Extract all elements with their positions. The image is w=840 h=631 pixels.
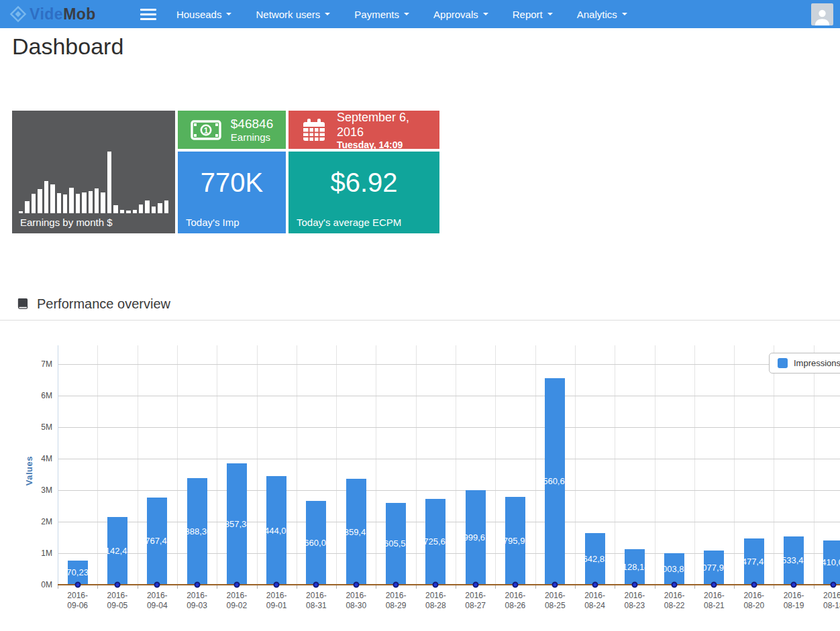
vertical-gridline — [297, 345, 297, 585]
axis-point-marker — [552, 582, 558, 588]
impressions-bar[interactable]: 2,999,613 — [466, 490, 486, 585]
impressions-bar[interactable]: 3,388,302 — [187, 478, 207, 585]
x-axis-tick-label: 2016- 08-23 — [615, 591, 654, 611]
nav-item-houseads[interactable]: Houseads — [176, 9, 232, 20]
y-axis-line — [58, 345, 58, 585]
ecpm-today-tile: $6.92 Today's average ECPM — [288, 152, 439, 233]
x-axis-tick — [376, 585, 376, 589]
caret-down-icon — [226, 13, 231, 15]
x-axis-tick — [416, 585, 417, 589]
person-icon — [813, 7, 831, 25]
mini-bar — [158, 203, 162, 213]
impressions-bar[interactable]: 2,795,926 — [505, 497, 525, 585]
x-axis-tick — [297, 585, 297, 589]
impressions-bar[interactable]: 1,128,145 — [625, 549, 645, 585]
x-axis-tick-label: 2016- 08-24 — [575, 591, 615, 611]
axis-point-marker — [592, 582, 598, 588]
vertical-gridline — [257, 345, 258, 585]
bar-value-label: 1,533,429 — [784, 555, 804, 565]
x-axis-tick — [495, 585, 496, 589]
menu-toggle-button[interactable] — [140, 9, 156, 20]
date-weekday-time: Tuesday, 14:09 — [337, 139, 439, 150]
nav-item-analytics[interactable]: Analytics — [577, 9, 627, 20]
mini-bar — [82, 192, 86, 213]
mini-bar — [120, 210, 124, 213]
axis-point-marker — [154, 582, 160, 588]
vertical-gridline — [217, 345, 217, 585]
mini-bar — [38, 189, 42, 213]
mini-bar — [133, 210, 137, 213]
impressions-bar[interactable]: 2,142,450 — [107, 517, 127, 585]
axis-point-marker — [791, 582, 797, 588]
diamond-logo-icon — [9, 5, 27, 23]
nav-item-report[interactable]: Report — [513, 9, 553, 20]
calendar-icon — [302, 118, 326, 142]
impressions-bar[interactable]: 6,560,608 — [545, 378, 565, 585]
impressions-bar[interactable]: 3,359,415 — [346, 479, 366, 585]
nav-item-payments[interactable]: Payments — [354, 9, 409, 20]
axis-point-marker — [194, 582, 200, 588]
impressions-today-label: Today's Imp — [186, 217, 240, 228]
bar-value-label: 1,003,812 — [664, 564, 684, 574]
main-nav: HouseadsNetwork usersPaymentsApprovalsRe… — [176, 9, 627, 20]
impressions-bar[interactable]: 1,410,062 — [823, 540, 840, 585]
caret-down-icon — [404, 13, 409, 15]
vertical-gridline — [495, 345, 496, 585]
mini-bar — [139, 205, 143, 213]
x-axis-tick-label: 2016- 08-26 — [495, 591, 535, 611]
user-avatar[interactable] — [811, 3, 833, 25]
nav-item-approvals[interactable]: Approvals — [433, 9, 488, 20]
mini-bar — [57, 193, 61, 213]
impressions-bar[interactable]: 2,605,532 — [386, 503, 406, 585]
impressions-bar[interactable]: 1,642,837 — [585, 533, 605, 585]
mini-bar — [152, 207, 156, 213]
axis-point-marker — [751, 582, 757, 588]
x-axis-tick — [138, 585, 138, 589]
performance-bar-chart: 0M1M2M3M4M5M6M7M770,2312,142,4502,767,41… — [0, 322, 840, 627]
y-axis-tick-label: 6M — [25, 391, 52, 400]
caret-down-icon — [547, 13, 553, 15]
nav-item-network-users[interactable]: Network users — [256, 9, 330, 20]
bar-value-label: 1,410,062 — [823, 557, 840, 567]
brand-logo[interactable]: VideMob — [9, 5, 96, 23]
axis-point-marker — [711, 582, 717, 588]
axis-point-marker — [353, 582, 359, 588]
x-axis-tick — [336, 585, 337, 589]
impressions-bar[interactable]: 1,003,812 — [664, 553, 684, 585]
mini-bar — [50, 184, 54, 213]
y-axis-tick-label: 5M — [25, 422, 52, 432]
horizontal-gridline — [58, 459, 840, 459]
y-axis-tick-label: 0M — [25, 580, 52, 589]
horizontal-gridline — [58, 490, 840, 491]
bar-value-label: 3,444,021 — [266, 526, 286, 536]
impressions-today-tile: 770K Today's Imp — [178, 152, 286, 233]
bar-value-label: 770,231 — [68, 567, 88, 577]
axis-point-marker — [274, 582, 280, 588]
axis-point-marker — [233, 582, 240, 588]
hamburger-icon — [140, 9, 156, 11]
impressions-bar[interactable]: 1,077,934 — [704, 551, 724, 585]
chart-legend[interactable]: Impressions — [769, 353, 840, 374]
page-title: Dashboard — [12, 34, 123, 60]
impressions-bar[interactable]: 3,444,021 — [266, 476, 286, 585]
caret-down-icon — [622, 13, 627, 15]
earnings-by-month-tile: Earnings by month $ — [12, 111, 175, 233]
axis-point-marker — [512, 582, 518, 588]
horizontal-gridline — [58, 364, 840, 365]
impressions-bar[interactable]: 1,477,405 — [744, 538, 764, 585]
mini-bar — [25, 201, 29, 213]
mini-bar — [145, 200, 149, 213]
impressions-bar[interactable]: 2,725,648 — [425, 499, 445, 585]
impressions-bar[interactable]: 1,533,429 — [784, 536, 804, 585]
bar-value-label: 2,795,926 — [505, 536, 525, 546]
impressions-bar[interactable]: 3,857,340 — [227, 463, 247, 585]
vertical-gridline — [655, 345, 655, 585]
bar-value-label: 3,359,415 — [346, 527, 366, 537]
bar-value-label: 1,477,405 — [744, 557, 764, 567]
ecpm-today-label: Today's average ECPM — [297, 217, 401, 228]
vertical-gridline — [97, 345, 98, 585]
impressions-bar[interactable]: 2,660,054 — [306, 501, 326, 585]
impressions-bar[interactable]: 2,767,410 — [147, 498, 167, 585]
x-axis-tick-label: 2016- 08-27 — [456, 591, 495, 611]
vertical-gridline — [376, 345, 376, 585]
